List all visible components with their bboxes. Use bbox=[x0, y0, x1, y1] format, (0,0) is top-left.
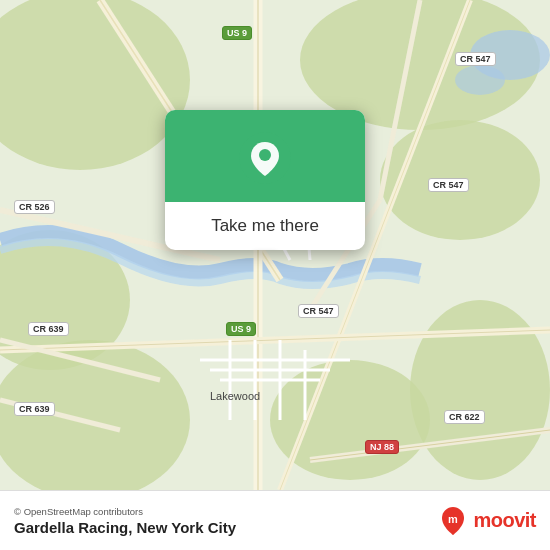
take-me-there-button[interactable]: Take me there bbox=[201, 202, 329, 250]
road-badge-cr639-bot: CR 639 bbox=[14, 402, 55, 416]
svg-point-36 bbox=[259, 149, 271, 161]
moovit-icon: m bbox=[437, 505, 469, 537]
moovit-logo[interactable]: m moovit bbox=[437, 505, 536, 537]
map-container: US 9 CR 547 CR 547 CR 547 CR 526 CR 639 … bbox=[0, 0, 550, 490]
svg-text:m: m bbox=[449, 513, 459, 525]
road-badge-cr639-top: CR 639 bbox=[28, 322, 69, 336]
road-badge-cr547-top: CR 547 bbox=[455, 52, 496, 66]
popup-card[interactable]: Take me there bbox=[165, 110, 365, 250]
attribution-text: © OpenStreetMap contributors bbox=[14, 506, 236, 517]
road-badge-cr547-low: CR 547 bbox=[298, 304, 339, 318]
road-badge-cr547-mid: CR 547 bbox=[428, 178, 469, 192]
road-badge-cr622: CR 622 bbox=[444, 410, 485, 424]
road-badge-cr526: CR 526 bbox=[14, 200, 55, 214]
location-pin-icon bbox=[239, 132, 291, 184]
road-badge-nj88: NJ 88 bbox=[365, 440, 399, 454]
lakewood-label: Lakewood bbox=[210, 390, 260, 402]
road-badge-us9-top: US 9 bbox=[222, 26, 252, 40]
svg-point-6 bbox=[410, 300, 550, 480]
popup-green-area bbox=[165, 110, 365, 202]
svg-point-9 bbox=[455, 65, 505, 95]
moovit-brand-text: moovit bbox=[473, 509, 536, 532]
location-name: Gardella Racing, New York City bbox=[14, 519, 236, 536]
bottom-bar: © OpenStreetMap contributors Gardella Ra… bbox=[0, 490, 550, 550]
road-badge-us9-mid: US 9 bbox=[226, 322, 256, 336]
bottom-left: © OpenStreetMap contributors Gardella Ra… bbox=[14, 506, 236, 536]
